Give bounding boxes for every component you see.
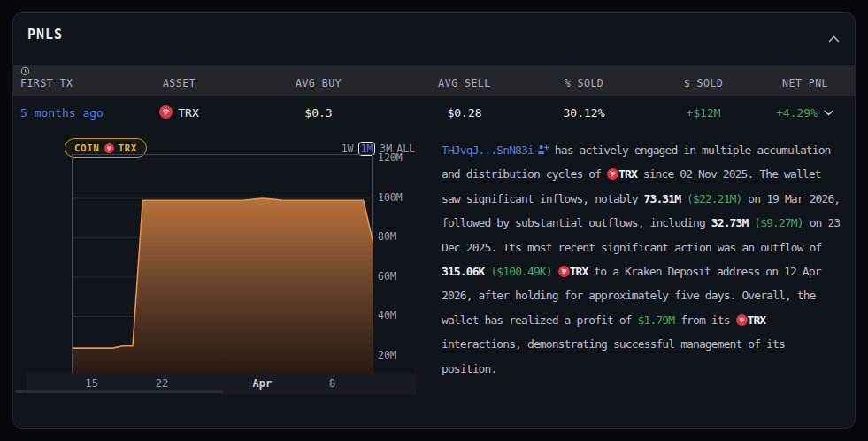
y-axis-label: 120M [378,151,403,164]
cell-pct-sold: 30.12% [522,96,646,129]
summary-text: on 23 [803,216,841,229]
x-axis-label: 8 [329,377,335,390]
cell-avg-buy: $0.3 [230,96,407,129]
summary-text: 2026, after holding for approximately fi… [442,289,816,302]
cell-net-pnl: +4.29% [761,96,855,129]
summary-text: to a Kraken Deposit address on 12 Apr [588,265,820,278]
summary-text: ($22.21M) [687,192,741,205]
summary-text: wallet has realized a profit of [442,313,638,327]
wallet-user-icon [534,143,549,157]
trx-icon [736,313,748,327]
summary-line: position. [442,357,850,381]
summary-line: Dec 2025. Its most recent significant ac… [442,236,850,259]
summary-text: and distribution cycles of [442,167,607,181]
trx-icon [104,143,114,154]
collapse-button[interactable] [826,29,842,48]
summary-line: 2026, after holding for approximately fi… [442,283,850,307]
token-name: TRX [618,167,637,181]
summary-text: 73.31M [644,192,681,205]
y-axis-label: 80M [378,230,396,243]
summary-line: 315.06K ($100.49K) TRX to a Kraken Depos… [442,259,850,283]
trx-icon [607,167,618,181]
summary-text: has actively engaged in multiple accumul… [549,143,831,157]
summary-line: and distribution cycles of TRX since 02 … [442,162,850,186]
chevron-down-icon[interactable] [824,110,833,116]
summary-text: on 19 Mar 2026, [741,192,840,205]
summary-text: 315.06K [442,265,485,278]
summary-line: saw significant inflows, notably 73.31M … [442,187,850,211]
column-header-first-tx: FIRST TX [13,65,128,96]
token-name: TRX [570,265,588,278]
range-button-1w[interactable]: 1W [342,143,354,155]
summary-text: interactions, demonstrating successful m… [442,337,785,351]
summary-text: Dec 2025. Its most recent significant ac… [442,241,821,254]
x-axis-label: 15 [85,377,97,390]
column-header-avg-sell: AVG SELL [407,65,522,96]
column-header-avg-buy: AVG BUY [230,65,407,96]
wallet-address-link[interactable]: THJvqJ...SnN83i [442,143,534,157]
summary-line: interactions, demonstrating successful m… [442,332,850,356]
column-header-asset: ASSET [128,65,230,96]
summary-text [552,265,558,278]
summary-text: saw significant inflows, notably [442,192,644,205]
cell-usd-sold: +$12M [646,96,761,129]
cell-avg-sell: $0.28 [407,96,522,129]
cell-asset: TRX [128,96,230,129]
summary-line: THJvqJ...SnN83i has actively engaged in … [442,138,850,162]
trx-icon [558,265,570,278]
table-row[interactable]: 5 months ago TRX $0.3 $0.28 30.12% +$12M… [13,96,855,129]
trx-icon [159,105,173,120]
y-axis-label: 60M [378,270,396,282]
x-axis-label: 22 [156,377,168,390]
clock-icon [20,66,30,76]
chevron-up-icon [828,35,840,43]
summary-text: from its [674,313,735,327]
chart-scrollbar[interactable] [14,390,223,393]
table-header: FIRST TX ASSET AVG BUY AVG SELL % SOLD $… [13,65,855,96]
summary-line: followed by substantial outflows, includ… [442,211,850,235]
y-axis-label: 40M [378,309,396,321]
summary-text: position. [442,362,496,375]
summary-text: ($100.49K) [490,265,551,278]
wallet-summary: THJvqJ...SnN83i has actively engaged in … [442,138,850,381]
pnls-panel: PNLS FIRST TX ASSET AVG BUY AVG SELL % S… [12,12,856,429]
summary-text: 32.73M [711,216,749,229]
summary-text: followed by substantial outflows, includ… [442,216,711,229]
x-axis-label: Apr [252,377,272,390]
column-header-net-pnl: NET PNL [761,65,855,96]
y-axis-label: 100M [378,191,403,204]
summary-line: wallet has realized a profit of $1.79M f… [442,308,850,332]
summary-text: ($9.27M) [754,216,803,229]
y-axis-label: 20M [378,349,396,361]
panel-title: PNLS [27,27,63,43]
column-header-pct-sold: % SOLD [522,65,646,96]
holdings-area-chart[interactable] [72,154,373,373]
column-header-usd-sold: $ SOLD [646,65,761,96]
summary-text: since 02 Nov 2025. The wallet [637,167,821,181]
cell-first-tx[interactable]: 5 months ago [13,96,128,129]
token-name: TRX [748,313,766,327]
summary-text: $1.79M [638,313,675,327]
